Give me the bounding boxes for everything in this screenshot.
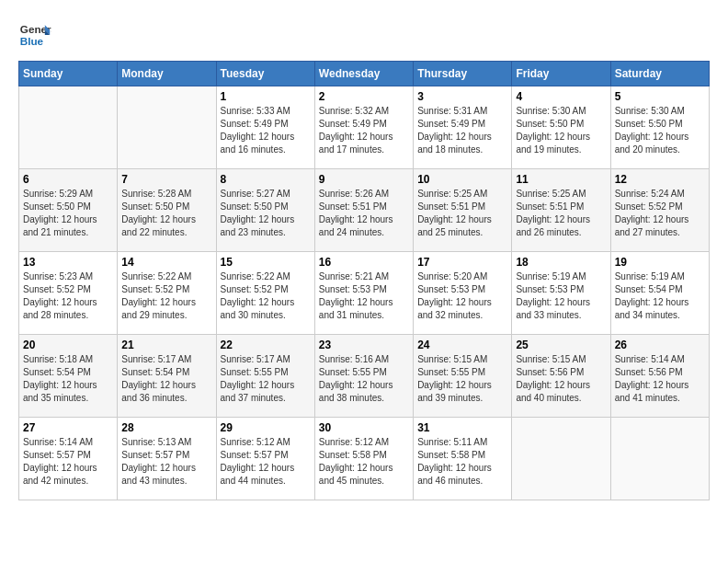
weekday-header-tuesday: Tuesday bbox=[216, 62, 314, 86]
calendar-table: SundayMondayTuesdayWednesdayThursdayFrid… bbox=[18, 61, 710, 500]
day-number: 18 bbox=[516, 256, 606, 269]
day-number: 24 bbox=[417, 339, 507, 351]
day-number: 7 bbox=[121, 173, 211, 186]
day-info: Sunrise: 5:29 AM Sunset: 5:50 PM Dayligh… bbox=[23, 188, 113, 239]
day-info: Sunrise: 5:33 AM Sunset: 5:49 PM Dayligh… bbox=[221, 105, 311, 156]
calendar-cell: 1Sunrise: 5:33 AM Sunset: 5:49 PM Daylig… bbox=[216, 86, 314, 169]
day-info: Sunrise: 5:15 AM Sunset: 5:55 PM Dayligh… bbox=[417, 353, 507, 405]
calendar-week-2: 6Sunrise: 5:29 AM Sunset: 5:50 PM Daylig… bbox=[19, 169, 710, 252]
day-info: Sunrise: 5:26 AM Sunset: 5:51 PM Dayligh… bbox=[319, 188, 409, 239]
calendar-cell: 25Sunrise: 5:15 AM Sunset: 5:56 PM Dayli… bbox=[512, 335, 610, 418]
day-number: 16 bbox=[319, 256, 409, 269]
day-number: 9 bbox=[319, 173, 409, 186]
day-info: Sunrise: 5:27 AM Sunset: 5:50 PM Dayligh… bbox=[221, 188, 311, 239]
calendar-cell: 27Sunrise: 5:14 AM Sunset: 5:57 PM Dayli… bbox=[19, 418, 118, 500]
day-info: Sunrise: 5:23 AM Sunset: 5:52 PM Dayligh… bbox=[23, 270, 113, 322]
day-number: 23 bbox=[319, 339, 409, 351]
day-number: 2 bbox=[319, 90, 409, 103]
weekday-header-friday: Friday bbox=[512, 62, 610, 86]
day-number: 14 bbox=[121, 256, 211, 269]
calendar-cell: 12Sunrise: 5:24 AM Sunset: 5:52 PM Dayli… bbox=[610, 169, 709, 252]
calendar-cell: 20Sunrise: 5:18 AM Sunset: 5:54 PM Dayli… bbox=[19, 335, 118, 418]
calendar-cell: 15Sunrise: 5:22 AM Sunset: 5:52 PM Dayli… bbox=[216, 252, 314, 335]
page-header: General Blue bbox=[18, 18, 710, 52]
day-number: 25 bbox=[516, 339, 606, 351]
day-info: Sunrise: 5:32 AM Sunset: 5:49 PM Dayligh… bbox=[319, 105, 409, 156]
day-info: Sunrise: 5:12 AM Sunset: 5:58 PM Dayligh… bbox=[319, 436, 409, 488]
calendar-cell: 19Sunrise: 5:19 AM Sunset: 5:54 PM Dayli… bbox=[610, 252, 709, 335]
day-number: 6 bbox=[23, 173, 113, 186]
day-number: 30 bbox=[319, 421, 409, 434]
calendar-cell: 26Sunrise: 5:14 AM Sunset: 5:56 PM Dayli… bbox=[610, 335, 709, 418]
day-number: 22 bbox=[221, 339, 311, 351]
calendar-cell: 24Sunrise: 5:15 AM Sunset: 5:55 PM Dayli… bbox=[414, 335, 512, 418]
day-info: Sunrise: 5:21 AM Sunset: 5:53 PM Dayligh… bbox=[319, 270, 409, 322]
calendar-cell: 17Sunrise: 5:20 AM Sunset: 5:53 PM Dayli… bbox=[414, 252, 512, 335]
weekday-header-thursday: Thursday bbox=[414, 62, 512, 86]
day-info: Sunrise: 5:17 AM Sunset: 5:54 PM Dayligh… bbox=[121, 353, 211, 405]
svg-text:Blue: Blue bbox=[20, 35, 44, 47]
day-info: Sunrise: 5:25 AM Sunset: 5:51 PM Dayligh… bbox=[516, 188, 606, 239]
day-number: 17 bbox=[417, 256, 507, 269]
day-info: Sunrise: 5:31 AM Sunset: 5:49 PM Dayligh… bbox=[417, 105, 507, 156]
day-info: Sunrise: 5:13 AM Sunset: 5:57 PM Dayligh… bbox=[121, 436, 211, 488]
day-number: 5 bbox=[615, 90, 705, 103]
calendar-week-4: 20Sunrise: 5:18 AM Sunset: 5:54 PM Dayli… bbox=[19, 335, 710, 418]
day-number: 12 bbox=[615, 173, 705, 186]
day-info: Sunrise: 5:24 AM Sunset: 5:52 PM Dayligh… bbox=[615, 188, 705, 239]
calendar-cell: 4Sunrise: 5:30 AM Sunset: 5:50 PM Daylig… bbox=[512, 86, 610, 169]
calendar-week-5: 27Sunrise: 5:14 AM Sunset: 5:57 PM Dayli… bbox=[19, 418, 710, 500]
day-number: 11 bbox=[516, 173, 606, 186]
calendar-cell: 9Sunrise: 5:26 AM Sunset: 5:51 PM Daylig… bbox=[314, 169, 413, 252]
calendar-cell bbox=[610, 418, 709, 500]
calendar-cell: 16Sunrise: 5:21 AM Sunset: 5:53 PM Dayli… bbox=[314, 252, 413, 335]
day-info: Sunrise: 5:16 AM Sunset: 5:55 PM Dayligh… bbox=[319, 353, 409, 405]
weekday-header-row: SundayMondayTuesdayWednesdayThursdayFrid… bbox=[19, 62, 710, 86]
day-number: 13 bbox=[23, 256, 113, 269]
calendar-cell: 8Sunrise: 5:27 AM Sunset: 5:50 PM Daylig… bbox=[216, 169, 314, 252]
day-info: Sunrise: 5:19 AM Sunset: 5:54 PM Dayligh… bbox=[615, 270, 705, 322]
day-info: Sunrise: 5:15 AM Sunset: 5:56 PM Dayligh… bbox=[516, 353, 606, 405]
calendar-body: 1Sunrise: 5:33 AM Sunset: 5:49 PM Daylig… bbox=[19, 86, 710, 500]
calendar-cell: 23Sunrise: 5:16 AM Sunset: 5:55 PM Dayli… bbox=[314, 335, 413, 418]
day-info: Sunrise: 5:12 AM Sunset: 5:57 PM Dayligh… bbox=[221, 436, 311, 488]
day-number: 21 bbox=[121, 339, 211, 351]
day-info: Sunrise: 5:14 AM Sunset: 5:56 PM Dayligh… bbox=[615, 353, 705, 405]
day-info: Sunrise: 5:17 AM Sunset: 5:55 PM Dayligh… bbox=[221, 353, 311, 405]
day-number: 27 bbox=[23, 421, 113, 434]
calendar-cell: 6Sunrise: 5:29 AM Sunset: 5:50 PM Daylig… bbox=[19, 169, 118, 252]
weekday-header-sunday: Sunday bbox=[19, 62, 118, 86]
logo-icon: General Blue bbox=[18, 18, 51, 52]
day-info: Sunrise: 5:28 AM Sunset: 5:50 PM Dayligh… bbox=[121, 188, 211, 239]
weekday-header-saturday: Saturday bbox=[610, 62, 709, 86]
day-number: 20 bbox=[23, 339, 113, 351]
calendar-cell: 5Sunrise: 5:30 AM Sunset: 5:50 PM Daylig… bbox=[610, 86, 709, 169]
calendar-cell bbox=[19, 86, 118, 169]
calendar-week-1: 1Sunrise: 5:33 AM Sunset: 5:49 PM Daylig… bbox=[19, 86, 710, 169]
logo: General Blue bbox=[18, 18, 51, 52]
weekday-header-wednesday: Wednesday bbox=[314, 62, 413, 86]
day-info: Sunrise: 5:22 AM Sunset: 5:52 PM Dayligh… bbox=[221, 270, 311, 322]
day-info: Sunrise: 5:18 AM Sunset: 5:54 PM Dayligh… bbox=[23, 353, 113, 405]
day-number: 28 bbox=[121, 421, 211, 434]
day-info: Sunrise: 5:20 AM Sunset: 5:53 PM Dayligh… bbox=[417, 270, 507, 322]
calendar-cell: 22Sunrise: 5:17 AM Sunset: 5:55 PM Dayli… bbox=[216, 335, 314, 418]
calendar-cell: 21Sunrise: 5:17 AM Sunset: 5:54 PM Dayli… bbox=[118, 335, 216, 418]
day-number: 3 bbox=[417, 90, 507, 103]
calendar-header: SundayMondayTuesdayWednesdayThursdayFrid… bbox=[19, 62, 710, 86]
day-number: 8 bbox=[221, 173, 311, 186]
day-info: Sunrise: 5:22 AM Sunset: 5:52 PM Dayligh… bbox=[121, 270, 211, 322]
calendar-cell: 13Sunrise: 5:23 AM Sunset: 5:52 PM Dayli… bbox=[19, 252, 118, 335]
day-info: Sunrise: 5:25 AM Sunset: 5:51 PM Dayligh… bbox=[417, 188, 507, 239]
day-number: 15 bbox=[221, 256, 311, 269]
calendar-cell bbox=[512, 418, 610, 500]
day-info: Sunrise: 5:14 AM Sunset: 5:57 PM Dayligh… bbox=[23, 436, 113, 488]
calendar-cell: 7Sunrise: 5:28 AM Sunset: 5:50 PM Daylig… bbox=[118, 169, 216, 252]
calendar-cell: 31Sunrise: 5:11 AM Sunset: 5:58 PM Dayli… bbox=[414, 418, 512, 500]
calendar-cell: 10Sunrise: 5:25 AM Sunset: 5:51 PM Dayli… bbox=[414, 169, 512, 252]
day-info: Sunrise: 5:11 AM Sunset: 5:58 PM Dayligh… bbox=[417, 436, 507, 488]
day-info: Sunrise: 5:19 AM Sunset: 5:53 PM Dayligh… bbox=[516, 270, 606, 322]
weekday-header-monday: Monday bbox=[118, 62, 216, 86]
day-number: 19 bbox=[615, 256, 705, 269]
calendar-cell: 2Sunrise: 5:32 AM Sunset: 5:49 PM Daylig… bbox=[314, 86, 413, 169]
